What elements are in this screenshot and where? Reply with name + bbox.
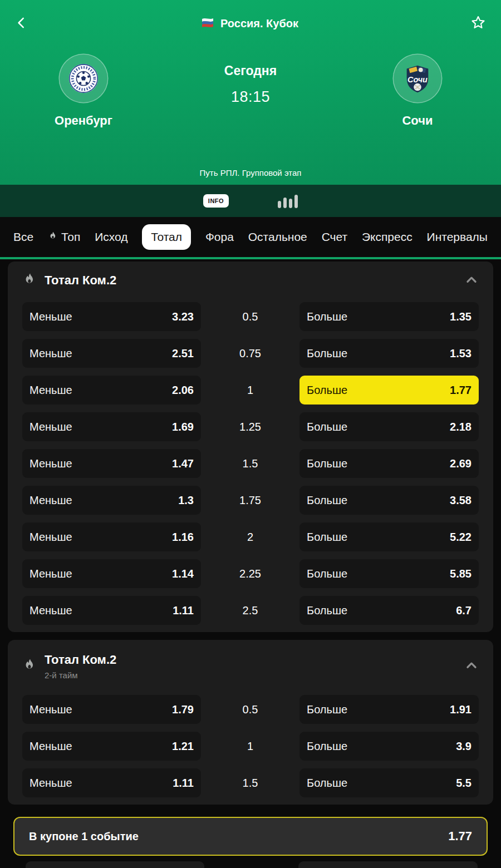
tab-label: Счет [322, 230, 347, 244]
top-app-bar: Россия. Кубок [0, 0, 501, 47]
collapse-section-button[interactable] [464, 658, 479, 674]
tab-label: Тотал [151, 230, 182, 244]
total-line-value: 1.5 [201, 457, 299, 470]
under-bet-button[interactable]: Меньше1.69 [22, 412, 201, 441]
bet-label: Меньше [30, 457, 72, 470]
tab-schet[interactable]: Счет [322, 230, 347, 244]
under-bet-button[interactable]: Меньше1.21 [22, 732, 201, 761]
under-bet-button[interactable]: Меньше1.47 [22, 449, 201, 478]
total-line-value: 1.25 [201, 421, 299, 433]
tab-express[interactable]: Экспресс [362, 230, 412, 244]
collapse-section-button[interactable] [464, 273, 479, 289]
tab-ostalnoe[interactable]: Остальное [248, 230, 307, 244]
chevron-up-icon [464, 658, 479, 674]
bet-label: Больше [307, 310, 347, 323]
total-line-value: 1 [201, 384, 299, 397]
under-bet-button[interactable]: Меньше3.23 [22, 302, 201, 331]
under-bet-button[interactable]: Меньше1.3 [22, 486, 201, 515]
bet-odd: 1.11 [173, 777, 194, 790]
bet-row: Меньше1.11 1.5 Больше5.5 [22, 765, 479, 801]
bet-odd: 5.5 [456, 777, 471, 790]
under-bet-button[interactable]: Меньше1.79 [22, 695, 201, 724]
over-bet-button[interactable]: Больше5.22 [299, 522, 479, 551]
under-bet-button[interactable]: Меньше1.16 [22, 522, 201, 551]
tab-label: Фора [205, 230, 234, 244]
russia-flag-icon [200, 17, 215, 31]
svg-text:Сочи: Сочи [407, 75, 428, 84]
bet-odd: 1.91 [450, 703, 471, 716]
section-title: Тотал Ком.2 [45, 273, 116, 288]
bet-odd: 1.14 [172, 568, 194, 580]
under-bet-button[interactable]: Меньше1.11 [22, 596, 201, 625]
bet-odd: 1.53 [450, 347, 471, 360]
total-line-value: 1.75 [201, 494, 299, 507]
bet-odd: 6.7 [456, 604, 471, 617]
bet-odd: 1.69 [172, 421, 194, 433]
over-bet-button[interactable]: Больше2.18 [299, 412, 479, 441]
bet-label: Меньше [30, 384, 72, 397]
tab-ishod[interactable]: Исход [95, 230, 127, 244]
back-button[interactable] [14, 16, 29, 32]
bet-row: Меньше1.3 1.75 Больше3.58 [22, 482, 479, 519]
under-bet-button[interactable] [26, 861, 204, 868]
over-bet-button[interactable]: Больше6.7 [299, 596, 479, 625]
over-bet-button[interactable]: Больше1.91 [299, 695, 479, 724]
over-bet-button[interactable]: Больше3.9 [299, 732, 479, 761]
home-team-logo [60, 55, 107, 102]
page-title-text: Россия. Кубок [220, 17, 298, 30]
bet-label: Меньше [30, 421, 72, 433]
bet-label: Больше [307, 703, 347, 716]
over-bet-button[interactable] [298, 861, 478, 868]
bet-row: Меньше1.47 1.5 Больше2.69 [22, 445, 479, 482]
over-bet-button[interactable]: Больше2.69 [299, 449, 479, 478]
total-line-value: 0.5 [201, 703, 299, 716]
over-bet-button[interactable]: Больше5.5 [299, 768, 479, 797]
bet-label: Больше [307, 347, 347, 360]
bet-odd: 2.51 [172, 347, 194, 360]
bet-label: Больше [307, 604, 347, 617]
tab-label: Топ [61, 230, 80, 244]
info-tab-button[interactable]: INFO [203, 194, 229, 208]
bet-label: Меньше [30, 740, 72, 753]
next-market-row-peek [0, 861, 501, 868]
bet-label: Больше [307, 777, 347, 790]
bet-odd: 1.21 [172, 740, 194, 753]
bet-label: Меньше [30, 531, 72, 544]
bet-row: Меньше1.79 0.5 Больше1.91 [22, 691, 479, 728]
bet-odd: 1.35 [450, 310, 471, 323]
market-section-total-team2-2nd-half: Тотал Ком.2 2-й тайм Меньше1.79 0.5 Боль… [8, 640, 493, 805]
over-bet-button[interactable]: Больше3.58 [299, 486, 479, 515]
chevron-up-icon [464, 273, 479, 289]
bet-odd: 1.77 [450, 384, 471, 397]
over-bet-button-selected[interactable]: Больше1.77 [299, 376, 479, 405]
bet-row: Меньше1.21 1 Больше3.9 [22, 728, 479, 765]
bet-odd: 2.06 [172, 384, 194, 397]
tab-intervaly[interactable]: Интервалы [427, 230, 488, 244]
total-line-value: 1 [201, 740, 299, 753]
betslip-bar[interactable]: В купоне 1 событие 1.77 [13, 817, 488, 856]
favorite-button[interactable] [470, 14, 487, 33]
under-bet-button[interactable]: Меньше2.06 [22, 376, 201, 405]
tab-vse[interactable]: Все [13, 230, 33, 244]
over-bet-button[interactable]: Больше1.35 [299, 302, 479, 331]
betslip-total-odd: 1.77 [448, 829, 472, 844]
active-tab-underline [0, 257, 501, 259]
tab-fora[interactable]: Фора [205, 230, 234, 244]
over-bet-button[interactable]: Больше1.53 [299, 339, 479, 368]
tab-total[interactable]: Тотал [142, 224, 191, 250]
under-bet-button[interactable]: Меньше2.51 [22, 339, 201, 368]
tab-top[interactable]: Топ [48, 230, 80, 245]
tab-label: Интервалы [427, 230, 488, 244]
bet-label: Меньше [30, 604, 72, 617]
under-bet-button[interactable]: Меньше1.14 [22, 559, 201, 588]
bet-odd: 1.79 [172, 703, 194, 716]
fire-icon [48, 230, 58, 245]
under-bet-button[interactable]: Меньше1.11 [22, 768, 201, 797]
tab-label: Экспресс [362, 230, 412, 244]
tab-label: Все [13, 230, 33, 244]
section-header: Тотал Ком.2 2-й тайм [22, 640, 479, 691]
bet-odd: 1.11 [173, 604, 194, 617]
over-bet-button[interactable]: Больше5.85 [299, 559, 479, 588]
total-line-value: 0.5 [201, 310, 299, 323]
statistics-bars-icon[interactable] [278, 194, 298, 208]
